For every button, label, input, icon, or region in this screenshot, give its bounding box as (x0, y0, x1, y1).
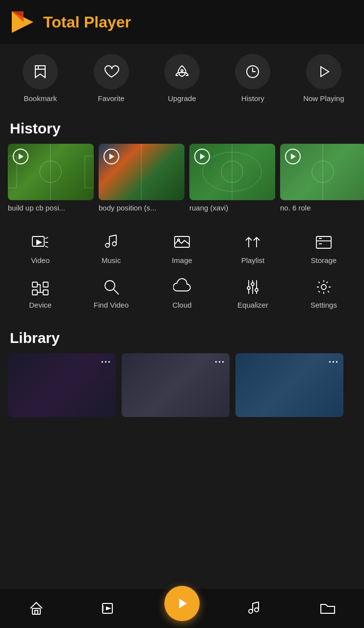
quick-nav-now-playing-label: Now Playing (303, 94, 344, 103)
svg-marker-61 (179, 599, 187, 608)
menu-find-video-label: Find Video (94, 301, 129, 309)
history-label-1: build up cb posi... (8, 204, 94, 212)
history-item-1[interactable]: build up cb posi... (8, 144, 94, 212)
bottom-nav-play-center[interactable] (146, 591, 218, 626)
svg-point-52 (247, 287, 250, 289)
menu-storage-label: Storage (311, 256, 337, 264)
bottom-nav-music[interactable] (218, 601, 291, 616)
svg-rect-40 (43, 282, 48, 287)
bottom-nav-folder[interactable] (291, 601, 364, 616)
svg-marker-20 (291, 154, 296, 159)
menu-image-label: Image (172, 256, 192, 264)
equalizer-icon (244, 278, 261, 296)
library-scroll[interactable]: ⋮ ⋮ ⋮ (0, 353, 364, 422)
bottom-nav-home[interactable] (0, 601, 73, 616)
quick-nav: Bookmark Favorite Upgrade (0, 44, 364, 111)
svg-rect-42 (43, 290, 48, 295)
library-item-2[interactable]: ⋮ (122, 353, 230, 417)
quick-nav-upgrade[interactable]: Upgrade (147, 54, 217, 103)
header: Total Player (0, 0, 364, 44)
cloud-icon (173, 278, 191, 296)
history-section: History build up cb posi... (0, 111, 364, 217)
quick-nav-bookmark[interactable]: Bookmark (5, 54, 76, 103)
history-item-3[interactable]: ruang (xavi) (189, 144, 275, 212)
history-scroll[interactable]: build up cb posi... body position (s... (0, 144, 364, 217)
home-icon (28, 601, 44, 616)
menu-music[interactable]: Music (76, 227, 146, 271)
music-icon (103, 234, 120, 251)
svg-rect-10 (85, 156, 94, 188)
svg-rect-41 (32, 290, 37, 295)
svg-marker-6 (321, 67, 329, 77)
quick-nav-favorite[interactable]: Favorite (76, 54, 146, 103)
svg-point-54 (255, 288, 258, 291)
library-item-1-more[interactable]: ⋮ (101, 357, 111, 368)
svg-point-47 (105, 281, 115, 290)
history-label-4: no. 6 role (280, 204, 364, 212)
music-nav-icon (247, 601, 262, 616)
svg-point-66 (255, 608, 259, 612)
quick-nav-history[interactable]: History (217, 54, 288, 103)
menu-image[interactable]: Image (147, 227, 217, 271)
quick-nav-upgrade-label: Upgrade (168, 94, 196, 103)
library-item-1[interactable]: ⋮ (8, 353, 116, 417)
library-item-3-more[interactable]: ⋮ (329, 357, 338, 368)
bottom-nav-video[interactable] (73, 601, 145, 616)
menu-storage[interactable]: Storage (288, 227, 359, 271)
menu-device[interactable]: Device (5, 271, 76, 316)
video-nav-icon (102, 601, 117, 616)
app-title: Total Player (43, 13, 131, 31)
svg-line-25 (45, 246, 48, 247)
menu-settings[interactable]: Settings (288, 271, 359, 316)
menu-video[interactable]: Video (5, 227, 76, 271)
svg-marker-11 (19, 154, 24, 159)
quick-nav-favorite-label: Favorite (98, 94, 125, 103)
video-icon (31, 234, 49, 251)
svg-marker-22 (36, 239, 42, 245)
svg-rect-57 (35, 610, 38, 614)
library-section: Library ⋮ ⋮ ⋮ (0, 321, 364, 422)
playlist-icon (244, 234, 261, 251)
svg-marker-13 (109, 154, 114, 159)
menu-equalizer-label: Equalizer (237, 301, 268, 309)
svg-line-23 (45, 237, 48, 238)
svg-rect-56 (32, 608, 40, 614)
svg-line-26 (109, 235, 116, 236)
menu-settings-label: Settings (311, 301, 337, 309)
history-item-2[interactable]: body position (s... (99, 144, 184, 212)
menu-find-video[interactable]: Find Video (76, 271, 146, 316)
center-play-icon (175, 597, 189, 610)
menu-cloud-label: Cloud (172, 301, 191, 309)
quick-nav-history-label: History (241, 94, 264, 103)
menu-music-label: Music (102, 256, 121, 264)
svg-marker-17 (200, 154, 205, 159)
center-play-button[interactable] (164, 586, 200, 621)
svg-point-65 (249, 609, 253, 613)
grid-menu: Video Music Image Playlist (0, 217, 364, 321)
svg-point-29 (105, 243, 109, 247)
svg-rect-39 (32, 282, 37, 287)
svg-point-55 (321, 285, 326, 289)
play-icon (316, 64, 332, 79)
app-logo (10, 9, 35, 35)
find-video-icon (103, 278, 120, 296)
menu-equalizer[interactable]: Equalizer (217, 271, 288, 316)
library-item-3[interactable]: ⋮ (235, 353, 343, 417)
bottom-nav (0, 589, 364, 628)
heart-icon (104, 64, 119, 79)
svg-point-53 (251, 283, 254, 286)
svg-marker-59 (106, 606, 111, 610)
bookmark-icon (32, 64, 48, 79)
library-item-2-more[interactable]: ⋮ (215, 357, 225, 368)
menu-cloud[interactable]: Cloud (147, 271, 217, 316)
history-title: History (0, 111, 364, 144)
clock-icon (245, 64, 260, 79)
quick-nav-now-playing[interactable]: Now Playing (288, 54, 359, 103)
history-item-4[interactable]: no. 6 role (280, 144, 364, 212)
svg-point-4 (181, 70, 183, 72)
storage-icon (315, 234, 333, 251)
menu-playlist[interactable]: Playlist (217, 227, 288, 271)
play-icon-2 (108, 153, 115, 160)
settings-icon (315, 278, 333, 296)
history-label-3: ruang (xavi) (189, 204, 275, 212)
